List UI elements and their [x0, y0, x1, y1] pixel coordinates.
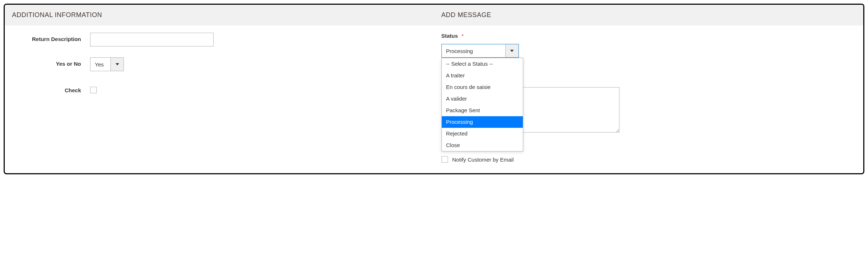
- status-selected-value: Processing: [442, 44, 505, 57]
- yes-or-no-value: Yes: [90, 58, 110, 71]
- status-option[interactable]: -- Select a Status --: [442, 58, 523, 70]
- status-dropdown-list: -- Select a Status -- A traiter En cours…: [441, 58, 523, 151]
- check-label: Check: [12, 84, 90, 94]
- section-header-row: ADDITIONAL INFORMATION ADD MESSAGE: [5, 5, 863, 25]
- yes-or-no-select[interactable]: Yes: [90, 57, 124, 71]
- chevron-down-icon: [510, 50, 514, 52]
- status-select[interactable]: Processing -- Select a Status -- A trait…: [441, 44, 519, 58]
- yes-or-no-row: Yes or No Yes: [12, 57, 427, 71]
- notify-row: Notify Customer by Email: [441, 156, 514, 163]
- notify-checkbox[interactable]: [441, 156, 448, 163]
- status-option[interactable]: A valider: [442, 93, 523, 105]
- form-container: ADDITIONAL INFORMATION ADD MESSAGE Retur…: [4, 4, 864, 174]
- chevron-down-icon: [116, 63, 119, 65]
- status-option[interactable]: En cours de saisie: [442, 81, 523, 93]
- status-dropdown-button[interactable]: [505, 44, 518, 57]
- yes-or-no-dropdown-button[interactable]: [110, 58, 124, 71]
- return-description-row: Return Description: [12, 33, 427, 46]
- status-option[interactable]: A traiter: [442, 70, 523, 81]
- status-label-row: Status *: [441, 33, 856, 39]
- notify-label: Notify Customer by Email: [452, 157, 514, 163]
- status-option-selected[interactable]: Processing: [442, 116, 523, 128]
- status-option[interactable]: Close: [442, 139, 523, 151]
- required-indicator: *: [461, 33, 464, 39]
- return-description-label: Return Description: [12, 33, 90, 43]
- return-description-input[interactable]: [90, 33, 214, 46]
- yes-or-no-label: Yes or No: [12, 57, 90, 68]
- add-message-column: Status * Processing -- Select a Status -…: [434, 33, 864, 105]
- check-checkbox[interactable]: [90, 87, 97, 93]
- add-message-heading: ADD MESSAGE: [434, 5, 864, 25]
- additional-info-column: Return Description Yes or No Yes: [5, 33, 434, 105]
- status-option[interactable]: Package Sent: [442, 105, 523, 116]
- check-row: Check: [12, 84, 427, 94]
- content-row: Return Description Yes or No Yes: [5, 25, 863, 105]
- status-option[interactable]: Rejected: [442, 128, 523, 139]
- additional-info-heading: ADDITIONAL INFORMATION: [5, 5, 434, 25]
- status-label: Status: [441, 33, 458, 39]
